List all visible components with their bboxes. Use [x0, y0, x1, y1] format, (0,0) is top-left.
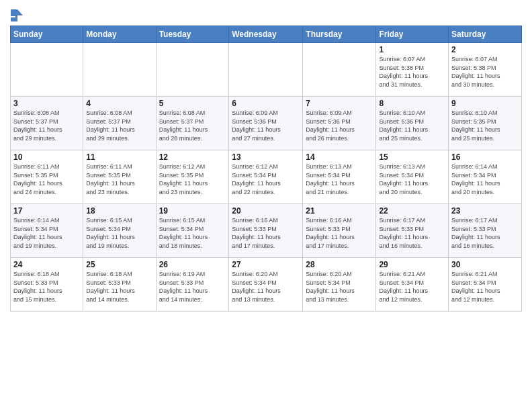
day-info: Sunrise: 6:17 AM Sunset: 5:33 PM Dayligh…: [379, 216, 445, 250]
calendar-cell: 26Sunrise: 6:19 AM Sunset: 5:33 PM Dayli…: [156, 258, 229, 312]
day-info: Sunrise: 6:15 AM Sunset: 5:34 PM Dayligh…: [159, 216, 226, 250]
day-number: 23: [451, 206, 519, 216]
calendar-cell: [11, 43, 83, 97]
day-number: 13: [232, 152, 300, 162]
day-info: Sunrise: 6:10 AM Sunset: 5:36 PM Dayligh…: [379, 109, 445, 142]
calendar-cell: 14Sunrise: 6:13 AM Sunset: 5:34 PM Dayli…: [303, 150, 376, 204]
calendar-cell: [83, 43, 156, 97]
day-info: Sunrise: 6:09 AM Sunset: 5:36 PM Dayligh…: [232, 109, 300, 142]
calendar-cell: 29Sunrise: 6:21 AM Sunset: 5:34 PM Dayli…: [376, 258, 449, 312]
day-number: 1: [379, 45, 445, 54]
calendar-cell: 1Sunrise: 6:07 AM Sunset: 5:38 PM Daylig…: [376, 43, 449, 97]
calendar-cell: 11Sunrise: 6:11 AM Sunset: 5:35 PM Dayli…: [83, 150, 156, 204]
day-info: Sunrise: 6:17 AM Sunset: 5:33 PM Dayligh…: [451, 216, 519, 250]
calendar-cell: 30Sunrise: 6:21 AM Sunset: 5:34 PM Dayli…: [449, 258, 522, 312]
day-number: 27: [232, 260, 300, 269]
day-info: Sunrise: 6:16 AM Sunset: 5:33 PM Dayligh…: [232, 216, 300, 250]
day-number: 3: [13, 99, 80, 108]
day-number: 8: [379, 99, 445, 108]
weekday-header-wednesday: Wednesday: [229, 26, 303, 43]
day-number: 7: [306, 99, 373, 108]
day-info: Sunrise: 6:07 AM Sunset: 5:38 PM Dayligh…: [451, 55, 519, 89]
calendar-cell: 12Sunrise: 6:12 AM Sunset: 5:35 PM Dayli…: [156, 150, 229, 204]
day-info: Sunrise: 6:13 AM Sunset: 5:34 PM Dayligh…: [379, 163, 445, 196]
day-info: Sunrise: 6:12 AM Sunset: 5:35 PM Dayligh…: [159, 163, 226, 196]
day-number: 30: [451, 260, 519, 269]
weekday-header-thursday: Thursday: [303, 26, 376, 43]
calendar-cell: 13Sunrise: 6:12 AM Sunset: 5:34 PM Dayli…: [229, 150, 303, 204]
logo-icon: [11, 9, 23, 21]
day-number: 17: [13, 206, 80, 216]
calendar-cell: [303, 43, 376, 97]
day-number: 9: [451, 99, 519, 108]
day-number: 5: [159, 99, 226, 108]
calendar-cell: 16Sunrise: 6:14 AM Sunset: 5:34 PM Dayli…: [449, 150, 522, 204]
day-info: Sunrise: 6:08 AM Sunset: 5:37 PM Dayligh…: [86, 109, 152, 142]
calendar-cell: 19Sunrise: 6:15 AM Sunset: 5:34 PM Dayli…: [156, 204, 229, 258]
day-number: 28: [306, 260, 373, 269]
weekday-header-saturday: Saturday: [449, 26, 522, 43]
day-info: Sunrise: 6:15 AM Sunset: 5:34 PM Dayligh…: [86, 216, 152, 250]
calendar-cell: 7Sunrise: 6:09 AM Sunset: 5:36 PM Daylig…: [303, 97, 376, 150]
calendar-cell: 4Sunrise: 6:08 AM Sunset: 5:37 PM Daylig…: [83, 97, 156, 150]
day-info: Sunrise: 6:21 AM Sunset: 5:34 PM Dayligh…: [379, 270, 445, 304]
calendar-table: SundayMondayTuesdayWednesdayThursdayFrid…: [10, 26, 522, 312]
calendar-cell: 25Sunrise: 6:18 AM Sunset: 5:33 PM Dayli…: [83, 258, 156, 312]
day-info: Sunrise: 6:18 AM Sunset: 5:33 PM Dayligh…: [13, 270, 80, 304]
day-number: 14: [306, 152, 373, 162]
day-number: 10: [13, 152, 80, 162]
calendar-cell: 10Sunrise: 6:11 AM Sunset: 5:35 PM Dayli…: [11, 150, 83, 204]
calendar-cell: [229, 43, 303, 97]
day-info: Sunrise: 6:08 AM Sunset: 5:37 PM Dayligh…: [159, 109, 226, 142]
day-number: 12: [159, 152, 226, 162]
calendar-cell: 9Sunrise: 6:10 AM Sunset: 5:35 PM Daylig…: [449, 97, 522, 150]
calendar-cell: 6Sunrise: 6:09 AM Sunset: 5:36 PM Daylig…: [229, 97, 303, 150]
calendar-week-2: 3Sunrise: 6:08 AM Sunset: 5:37 PM Daylig…: [11, 97, 522, 150]
calendar-cell: 3Sunrise: 6:08 AM Sunset: 5:37 PM Daylig…: [11, 97, 83, 150]
header: [10, 7, 522, 21]
day-info: Sunrise: 6:08 AM Sunset: 5:37 PM Dayligh…: [13, 109, 80, 142]
calendar-week-3: 10Sunrise: 6:11 AM Sunset: 5:35 PM Dayli…: [11, 150, 522, 204]
weekday-header-friday: Friday: [376, 26, 449, 43]
day-info: Sunrise: 6:12 AM Sunset: 5:34 PM Dayligh…: [232, 163, 300, 196]
calendar-week-4: 17Sunrise: 6:14 AM Sunset: 5:34 PM Dayli…: [11, 204, 522, 258]
weekday-header-sunday: Sunday: [11, 26, 83, 43]
weekday-header-tuesday: Tuesday: [156, 26, 229, 43]
calendar-week-1: 1Sunrise: 6:07 AM Sunset: 5:38 PM Daylig…: [11, 43, 522, 97]
day-info: Sunrise: 6:07 AM Sunset: 5:38 PM Dayligh…: [379, 55, 445, 89]
day-info: Sunrise: 6:20 AM Sunset: 5:34 PM Dayligh…: [232, 270, 300, 304]
calendar-cell: [156, 43, 229, 97]
svg-rect-0: [11, 9, 17, 21]
calendar-cell: 27Sunrise: 6:20 AM Sunset: 5:34 PM Dayli…: [229, 258, 303, 312]
calendar-cell: 20Sunrise: 6:16 AM Sunset: 5:33 PM Dayli…: [229, 204, 303, 258]
calendar-cell: 22Sunrise: 6:17 AM Sunset: 5:33 PM Dayli…: [376, 204, 449, 258]
page: SundayMondayTuesdayWednesdayThursdayFrid…: [0, 0, 532, 318]
day-number: 24: [13, 260, 80, 269]
day-info: Sunrise: 6:11 AM Sunset: 5:35 PM Dayligh…: [13, 163, 80, 196]
calendar-cell: 23Sunrise: 6:17 AM Sunset: 5:33 PM Dayli…: [449, 204, 522, 258]
calendar-cell: 21Sunrise: 6:16 AM Sunset: 5:33 PM Dayli…: [303, 204, 376, 258]
day-number: 20: [232, 206, 300, 216]
day-number: 29: [379, 260, 445, 269]
day-info: Sunrise: 6:19 AM Sunset: 5:33 PM Dayligh…: [159, 270, 226, 304]
day-info: Sunrise: 6:11 AM Sunset: 5:35 PM Dayligh…: [86, 163, 152, 196]
calendar-cell: 24Sunrise: 6:18 AM Sunset: 5:33 PM Dayli…: [11, 258, 83, 312]
day-info: Sunrise: 6:18 AM Sunset: 5:33 PM Dayligh…: [86, 270, 152, 304]
day-number: 6: [232, 99, 300, 108]
day-info: Sunrise: 6:14 AM Sunset: 5:34 PM Dayligh…: [13, 216, 80, 250]
day-number: 15: [379, 152, 445, 162]
weekday-header-monday: Monday: [83, 26, 156, 43]
calendar-cell: 17Sunrise: 6:14 AM Sunset: 5:34 PM Dayli…: [11, 204, 83, 258]
day-number: 16: [451, 152, 519, 162]
logo: [10, 9, 24, 21]
day-number: 19: [159, 206, 226, 216]
day-number: 2: [451, 45, 519, 54]
calendar-cell: 5Sunrise: 6:08 AM Sunset: 5:37 PM Daylig…: [156, 97, 229, 150]
calendar-cell: 18Sunrise: 6:15 AM Sunset: 5:34 PM Dayli…: [83, 204, 156, 258]
day-info: Sunrise: 6:09 AM Sunset: 5:36 PM Dayligh…: [306, 109, 373, 142]
svg-marker-1: [17, 9, 23, 15]
day-number: 18: [86, 206, 152, 216]
day-info: Sunrise: 6:20 AM Sunset: 5:34 PM Dayligh…: [306, 270, 373, 304]
day-info: Sunrise: 6:16 AM Sunset: 5:33 PM Dayligh…: [306, 216, 373, 250]
day-number: 11: [86, 152, 152, 162]
